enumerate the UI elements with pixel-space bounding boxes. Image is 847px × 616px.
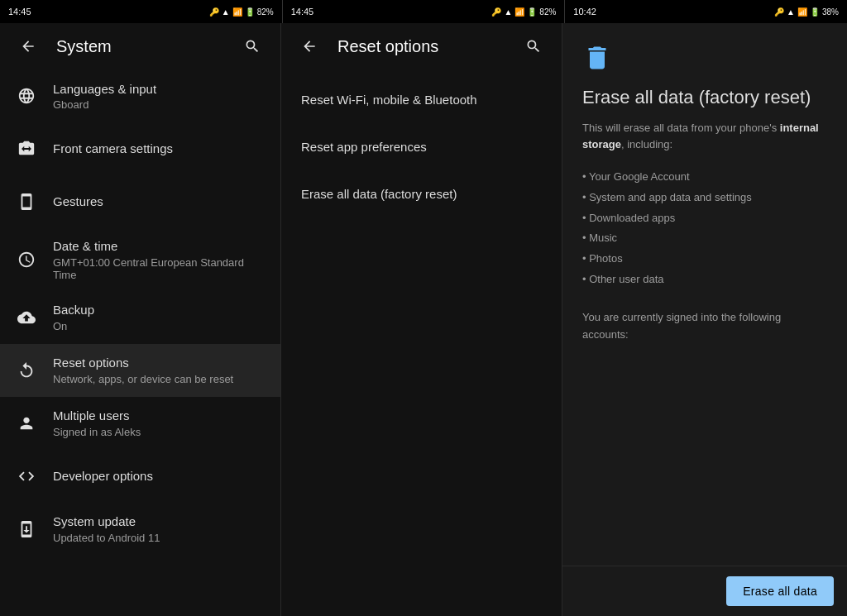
time-left: 14:45: [8, 7, 31, 17]
languages-text: Languages & input Gboard: [53, 81, 267, 112]
time-middle: 14:45: [291, 7, 314, 17]
languages-subtitle: Gboard: [53, 98, 267, 111]
reset-wifi-item[interactable]: Reset Wi-Fi, mobile & Bluetooth: [281, 76, 562, 123]
backup-text: Backup On: [53, 302, 267, 332]
icons-middle: 🔑 ▲ 📶 🔋 82%: [491, 7, 556, 17]
system-header: System: [0, 23, 280, 69]
status-bar-middle: 14:45 🔑 ▲ 📶 🔋 82%: [283, 0, 565, 23]
front-camera-icon: [13, 136, 40, 162]
reset-title: Reset options: [53, 355, 267, 371]
frontcamera-title: Front camera settings: [53, 141, 267, 157]
settings-list: Languages & input Gboard Front camera se…: [0, 69, 280, 616]
erase-footer: Erase all data: [562, 566, 847, 616]
cloud-upload-icon: [13, 304, 40, 331]
languages-title: Languages & input: [53, 81, 267, 98]
battery-right: 38%: [822, 7, 839, 17]
panels: System Languages & input Gboard: [0, 23, 847, 616]
multipleusers-title: Multiple users: [53, 408, 267, 424]
list-item: • Photos: [582, 249, 827, 270]
erase-content: Erase all data (factory reset) This will…: [562, 23, 847, 566]
trash-icon: [582, 43, 827, 73]
reset-wifi-label: Reset Wi-Fi, mobile & Bluetooth: [301, 93, 477, 107]
erase-desc-prefix: This will erase all data from your phone…: [582, 122, 780, 134]
datetime-text: Date & time GMT+01:00 Central European S…: [53, 238, 267, 281]
sidebar-item-multipleusers[interactable]: Multiple users Signed in as Aleks: [0, 397, 280, 450]
battery-left: 82%: [257, 7, 274, 17]
systemupdate-title: System update: [53, 513, 267, 530]
erase-title: Erase all data (factory reset): [582, 86, 827, 110]
icons-right: 🔑 ▲ 📶 🔋 38%: [774, 7, 839, 17]
sidebar-item-frontcamera[interactable]: Front camera settings: [0, 122, 280, 175]
developer-text: Developer options: [53, 468, 267, 485]
reset-options-header: Reset options: [281, 23, 562, 69]
multipleusers-text: Multiple users Signed in as Aleks: [53, 408, 267, 438]
reset-app-item[interactable]: Reset app preferences: [281, 123, 562, 170]
status-bar-left: 14:45 🔑 ▲ 📶 🔋 82%: [0, 0, 282, 23]
status-bars: 14:45 🔑 ▲ 📶 🔋 82% 14:45 🔑 ▲ 📶 🔋 82% 10:4…: [0, 0, 847, 23]
person-icon: [13, 410, 40, 437]
systemupdate-text: System update Updated to Android 11: [53, 513, 267, 544]
sidebar-item-datetime[interactable]: Date & time GMT+01:00 Central European S…: [0, 228, 280, 291]
reset-options-list: Reset Wi-Fi, mobile & Bluetooth Reset ap…: [281, 69, 562, 224]
code-icon: [13, 463, 40, 489]
time-right: 10:42: [573, 7, 596, 17]
gestures-title: Gestures: [53, 193, 267, 210]
erase-description: This will erase all data from your phone…: [582, 120, 827, 155]
reset-text: Reset options Network, apps, or device c…: [53, 355, 267, 385]
backup-title: Backup: [53, 302, 267, 318]
backup-subtitle: On: [53, 320, 267, 332]
frontcamera-text: Front camera settings: [53, 141, 267, 157]
list-item: • System and app data and settings: [582, 188, 827, 208]
system-update-icon: [13, 516, 40, 542]
list-item: • Your Google Account: [582, 167, 827, 188]
list-item: • Other user data: [582, 270, 827, 290]
reset-options-title: Reset options: [337, 37, 505, 56]
panel-erase-data: Erase all data (factory reset) This will…: [562, 23, 847, 616]
developer-title: Developer options: [53, 468, 267, 485]
clock-icon: [13, 246, 40, 273]
gestures-icon: [13, 189, 40, 215]
reset-subtitle: Network, apps, or device can be reset: [53, 373, 267, 385]
reset-icon: [13, 357, 40, 384]
icons-left: 🔑 ▲ 📶 🔋 82%: [209, 7, 274, 17]
system-title: System: [56, 37, 224, 56]
reset-app-label: Reset app preferences: [301, 140, 427, 154]
back-button-middle[interactable]: [294, 31, 324, 61]
list-item: • Music: [582, 228, 827, 249]
erase-desc-suffix: , including:: [621, 138, 672, 150]
erase-all-item[interactable]: Erase all data (factory reset): [281, 170, 562, 217]
back-button-left[interactable]: [13, 31, 43, 61]
erase-all-label: Erase all data (factory reset): [301, 187, 457, 201]
panel-system: System Languages & input Gboard: [0, 23, 281, 616]
sidebar-item-gestures[interactable]: Gestures: [0, 175, 280, 228]
multipleusers-subtitle: Signed in as Aleks: [53, 426, 267, 438]
sidebar-item-systemupdate[interactable]: System update Updated to Android 11: [0, 503, 280, 556]
erase-list: • Your Google Account • System and app d…: [582, 167, 827, 289]
datetime-subtitle: GMT+01:00 Central European Standard Time: [53, 256, 267, 281]
systemupdate-subtitle: Updated to Android 11: [53, 532, 267, 544]
panel-reset-options: Reset options Reset Wi-Fi, mobile & Blue…: [281, 23, 562, 616]
accounts-text: You are currently signed into the follow…: [582, 309, 827, 344]
search-button-middle[interactable]: [519, 31, 548, 61]
datetime-title: Date & time: [53, 238, 267, 255]
erase-all-data-button[interactable]: Erase all data: [726, 576, 834, 606]
battery-middle: 82%: [539, 7, 556, 17]
status-bar-right: 10:42 🔑 ▲ 📶 🔋 38%: [565, 0, 847, 23]
list-item: • Downloaded apps: [582, 208, 827, 229]
sidebar-item-reset[interactable]: Reset options Network, apps, or device c…: [0, 344, 280, 397]
gestures-text: Gestures: [53, 193, 267, 210]
sidebar-item-developer[interactable]: Developer options: [0, 450, 280, 503]
sidebar-item-languages[interactable]: Languages & input Gboard: [0, 69, 280, 122]
search-button-left[interactable]: [237, 31, 267, 61]
globe-icon: [13, 83, 40, 109]
sidebar-item-backup[interactable]: Backup On: [0, 291, 280, 344]
